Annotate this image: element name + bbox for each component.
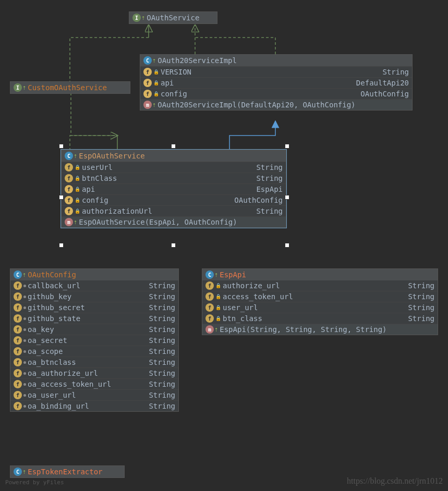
class-icon: C [143,56,152,65]
field-row: f 🔒 api DefaultApi20 [140,77,412,88]
field-icon: f [143,79,152,87]
selection-handle[interactable] [59,243,64,248]
modifier-icon: ⇡ [214,271,218,278]
field-name: oa_access_token_url [28,380,111,388]
modifier-icon [23,405,26,408]
field-row: fcallback_urlString [10,280,178,291]
modifier-icon [23,296,26,298]
selection-handle[interactable] [59,195,64,200]
class-header: C ⇡ OAuth20ServiceImpl [140,55,412,66]
field-icon: f [65,196,73,204]
field-type: String [149,314,175,323]
field-row: foa_keyString [10,324,178,335]
field-row: foa_authorize_urlString [10,367,178,378]
class-oauth-config[interactable]: C ⇡ OAuthConfig fcallback_urlStringfgith… [10,268,179,412]
modifier-icon [23,350,26,353]
field-icon: f [14,358,22,366]
field-row: f 🔒 authorizationUrl String [62,205,286,216]
field-name: authorizationUrl [82,207,152,215]
lock-icon: 🔒 [153,69,159,75]
lock-icon: 🔒 [215,294,221,299]
class-name-label: OAuth20ServiceImpl [158,56,237,65]
modifier-icon [23,306,26,309]
modifier-icon: ⇡ [152,101,156,108]
class-name-label: OAuthConfig [28,271,76,279]
field-row: f 🔒 btnClass String [62,173,286,183]
field-row: f 🔒 api EspApi [62,183,286,194]
field-icon: f [14,369,22,377]
field-name: oa_authorize_url [28,369,98,377]
field-type: String [149,402,175,410]
field-icon: f [14,303,22,312]
field-name: VERSION [161,68,191,76]
field-icon: f [14,380,22,388]
lock-icon: 🔒 [75,198,80,203]
selection-handle[interactable] [285,195,289,200]
field-name: user_url [223,303,258,312]
class-name-label: EspTokenExtractor [28,468,102,476]
field-name: oa_key [28,325,54,334]
selection-handle[interactable] [171,144,176,149]
field-row: f 🔒 VERSION String [140,66,412,77]
modifier-icon [23,317,26,320]
class-esp-oauth-service[interactable]: C ⇡ EspOAuthService f 🔒 userUrl String f… [61,150,286,228]
modifier-icon [23,372,26,375]
field-name: callback_url [28,281,80,290]
field-row: fgithub_stateString [10,313,178,324]
constructor-signature: EspApi(String, String, String, String) [220,325,386,334]
modifier-icon: ⇡ [74,218,77,226]
constructor-row: m ⇡ OAuth20ServiceImpl(DefaultApi20, OAu… [140,99,412,110]
class-icon: C [14,271,22,279]
field-type: String [408,292,434,301]
selection-handle[interactable] [285,243,289,248]
field-name: github_key [28,292,71,301]
field-icon: f [65,207,73,215]
class-header: C ⇡ EspApi [202,269,438,280]
selection-handle[interactable] [59,144,64,149]
modifier-icon: ⇡ [141,14,145,21]
lock-icon: 🔒 [75,176,80,181]
field-row: foa_binding_urlString [10,400,178,411]
interface-icon: I [14,83,22,92]
field-row: foa_user_urlString [10,389,178,400]
powered-by: Powered by yFiles [5,479,64,486]
field-type: String [149,281,175,290]
interface-custom-oauth-service[interactable]: I ⇡ CustomOAuthService [10,81,130,94]
class-header: C ⇡ EspTokenExtractor [10,466,124,477]
field-row: fgithub_secretString [10,302,178,313]
field-type: String [408,314,434,323]
field-icon: f [205,314,214,323]
field-type: String [382,68,409,76]
selection-handle[interactable] [285,144,289,149]
field-type: String [149,380,175,388]
selection-handle[interactable] [171,243,176,248]
field-icon: f [14,391,22,399]
lock-icon: 🔒 [75,165,80,170]
class-icon: C [14,468,22,476]
class-oauth20-service-impl[interactable]: C ⇡ OAuth20ServiceImpl f 🔒 VERSION Strin… [140,54,413,111]
interface-oauth-service[interactable]: I ⇡ OAuthService [129,11,217,24]
modifier-icon: ⇡ [152,57,156,64]
class-esp-api[interactable]: C ⇡ EspApi f🔒authorize_urlStringf🔒access… [202,268,438,335]
modifier-icon: ⇡ [74,152,77,159]
field-icon: f [143,68,152,76]
field-name: userUrl [82,163,113,171]
modifier-icon: ⇡ [214,326,218,333]
field-row: foa_secretString [10,335,178,346]
field-type: String [149,303,175,312]
method-icon: m [65,218,73,226]
field-name: github_state [28,314,80,323]
lock-icon: 🔒 [153,91,159,96]
modifier-icon: ⇡ [22,468,26,475]
field-type: String [256,174,283,182]
class-esp-token-extractor[interactable]: C ⇡ EspTokenExtractor [10,465,125,478]
field-type: String [256,163,283,171]
field-type: String [408,303,434,312]
class-header: I ⇡ CustomOAuthService [10,82,130,93]
field-name: api [82,185,95,193]
modifier-icon: ⇡ [22,271,26,278]
lock-icon: 🔒 [75,187,80,192]
method-icon: m [143,101,152,109]
field-row: foa_access_token_urlString [10,378,178,389]
field-type: String [149,391,175,399]
